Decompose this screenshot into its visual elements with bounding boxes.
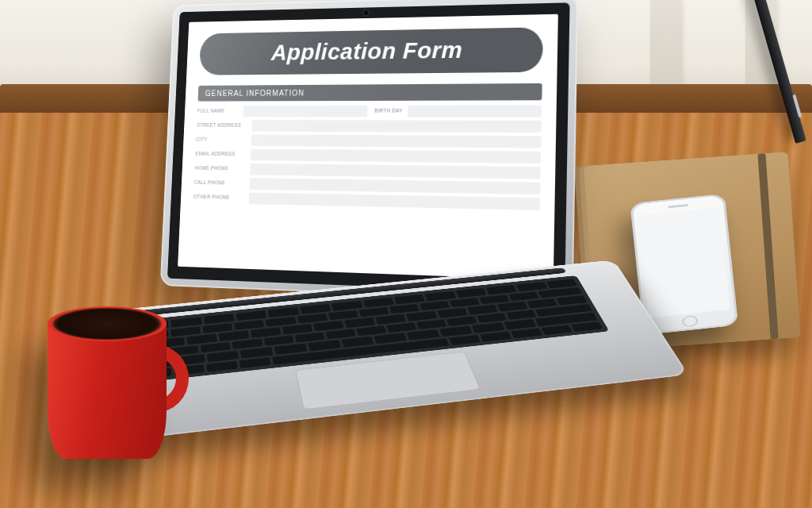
section-header: GENERAL INFORMATION <box>197 83 542 102</box>
city-label: CITY <box>196 137 247 143</box>
form-fields: FULL NAME BIRTH DAY STREET ADDRESS CITY <box>193 105 542 210</box>
call-phone-label: CALL PHONE <box>194 180 246 186</box>
row-city: CITY <box>196 134 542 148</box>
form-title: Application Form <box>199 27 543 75</box>
coffee-mug <box>32 302 182 484</box>
row-email: EMAIL ADDRESS <box>195 148 541 164</box>
application-form-screen: Application Form GENERAL INFORMATION FUL… <box>178 14 558 280</box>
mug-coffee-surface <box>48 306 167 341</box>
row-full-name: FULL NAME BIRTH DAY <box>197 105 542 117</box>
other-phone-input[interactable] <box>249 193 540 210</box>
city-input[interactable] <box>251 134 542 148</box>
call-phone-input[interactable] <box>249 178 540 194</box>
email-input[interactable] <box>251 149 541 164</box>
email-label: EMAIL ADDRESS <box>195 152 247 157</box>
phone-home-button <box>682 315 699 328</box>
birth-day-label: BIRTH DAY <box>371 109 403 114</box>
row-home-phone: HOME PHONE <box>194 163 540 179</box>
home-phone-input[interactable] <box>250 164 541 179</box>
street-address-input[interactable] <box>251 120 541 133</box>
laptop-bezel: Application Form GENERAL INFORMATION FUL… <box>167 2 570 294</box>
full-name-input[interactable] <box>243 106 367 117</box>
notebook-elastic-band <box>757 153 778 339</box>
row-street-address: STREET ADDRESS <box>197 120 542 133</box>
phone-speaker <box>668 204 688 208</box>
row-other-phone: OTHER PHONE <box>193 191 540 210</box>
birth-day-input[interactable] <box>408 105 542 117</box>
full-name-label: FULL NAME <box>197 109 239 114</box>
home-phone-label: HOME PHONE <box>195 166 247 171</box>
webcam-icon <box>364 10 369 15</box>
other-phone-label: OTHER PHONE <box>193 194 245 201</box>
street-address-label: STREET ADDRESS <box>197 123 247 128</box>
laptop-screen-panel: Application Form GENERAL INFORMATION FUL… <box>160 0 578 302</box>
